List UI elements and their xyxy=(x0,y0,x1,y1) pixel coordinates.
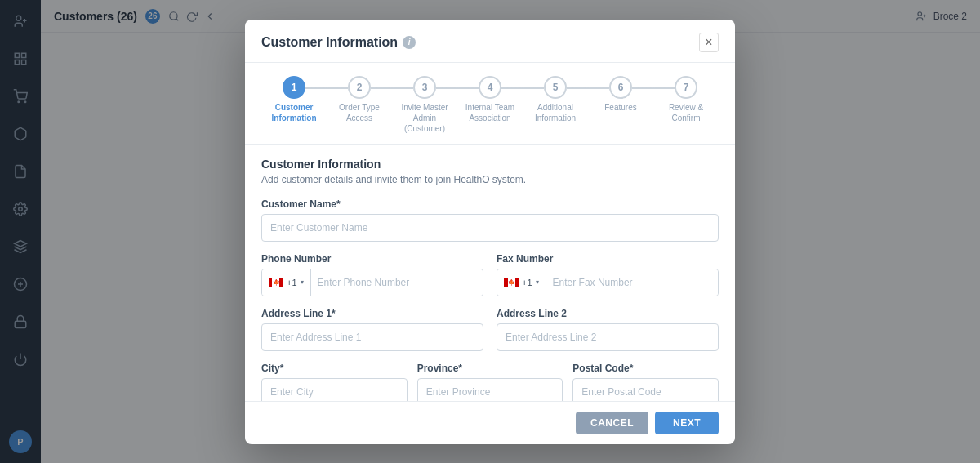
city-group: City* xyxy=(261,363,408,401)
city-label: City* xyxy=(261,363,408,374)
postal-code-input[interactable] xyxy=(572,378,719,401)
next-button[interactable]: NEXT xyxy=(655,412,719,434)
step-4-circle: 4 xyxy=(479,76,501,99)
phone-number-label: Phone Number xyxy=(261,253,483,265)
phone-fax-row: Phone Number +1 ▾ Fax Number +1 ▾ xyxy=(261,253,719,308)
modal-title-text: Customer Information xyxy=(261,35,398,50)
step-1-label: CustomerInformation xyxy=(272,102,317,123)
fax-number-group: Fax Number +1 ▾ xyxy=(497,253,719,296)
address-line1-group: Address Line 1* xyxy=(261,308,483,351)
postal-code-group: Postal Code* xyxy=(572,363,719,401)
info-icon[interactable]: i xyxy=(403,36,416,49)
step-2-circle: 2 xyxy=(348,76,371,99)
province-group: Province* xyxy=(417,363,564,401)
step-5-label: Additional Information xyxy=(527,102,584,123)
section-subtitle: Add customer details and invite them to … xyxy=(261,174,719,185)
address-line2-input[interactable] xyxy=(497,323,719,351)
step-1-circle: 1 xyxy=(283,76,305,99)
step-6-label: Features xyxy=(604,102,636,113)
step-7-circle: 7 xyxy=(675,76,697,99)
customer-name-input[interactable] xyxy=(261,214,719,242)
step-1[interactable]: 1 CustomerInformation xyxy=(261,76,327,123)
step-6-circle: 6 xyxy=(609,76,632,99)
fax-chevron-icon: ▾ xyxy=(536,278,539,286)
canada-flag xyxy=(269,278,283,287)
step-7-label: Review & Confirm xyxy=(657,102,715,123)
address-line1-input[interactable] xyxy=(261,323,483,351)
modal-footer: CANCEL NEXT xyxy=(245,401,735,444)
fax-number-label: Fax Number xyxy=(497,253,719,265)
fax-code: +1 xyxy=(522,278,532,287)
step-2[interactable]: 2 Order Type Access xyxy=(327,76,392,123)
step-4[interactable]: 4 Internal Team Association xyxy=(457,76,523,123)
customer-name-label: Customer Name* xyxy=(261,198,719,210)
stepper: 1 CustomerInformation 2 Order Type Acces… xyxy=(245,63,735,145)
phone-number-input[interactable] xyxy=(311,269,483,296)
step-3-label: Invite Master Admin (Customer) xyxy=(396,102,453,134)
fax-canada-flag xyxy=(504,278,519,287)
address-line1-label: Address Line 1* xyxy=(261,308,483,319)
step-3[interactable]: 3 Invite Master Admin (Customer) xyxy=(392,76,457,134)
city-input[interactable] xyxy=(261,378,408,401)
step-7[interactable]: 7 Review & Confirm xyxy=(653,76,719,123)
customer-name-group: Customer Name* xyxy=(261,198,719,242)
step-5[interactable]: 5 Additional Information xyxy=(523,76,588,123)
province-label: Province* xyxy=(417,363,564,374)
address-line2-group: Address Line 2 xyxy=(497,308,719,351)
close-button[interactable]: × xyxy=(699,33,719,52)
modal-body: Customer Information Add customer detail… xyxy=(245,145,735,401)
address-line2-label: Address Line 2 xyxy=(497,308,719,319)
phone-input-wrapper: +1 ▾ xyxy=(261,269,483,296)
fax-input-wrapper: +1 ▾ xyxy=(497,269,719,296)
fax-number-input[interactable] xyxy=(546,269,718,296)
phone-code: +1 xyxy=(287,278,297,287)
step-3-circle: 3 xyxy=(413,76,436,99)
modal-title: Customer Information i xyxy=(261,35,416,50)
phone-number-group: Phone Number +1 ▾ xyxy=(261,253,483,296)
step-5-circle: 5 xyxy=(544,76,567,99)
section-title: Customer Information xyxy=(261,158,719,171)
step-6[interactable]: 6 Features xyxy=(588,76,653,113)
step-4-label: Internal Team Association xyxy=(461,102,519,123)
province-input[interactable] xyxy=(417,378,564,401)
address-row: Address Line 1* Address Line 2 xyxy=(261,308,719,363)
modal-header: Customer Information i × xyxy=(245,20,735,63)
cancel-button[interactable]: CANCEL xyxy=(576,412,648,434)
phone-chevron-icon: ▾ xyxy=(301,278,304,286)
customer-information-modal: Customer Information i × 1 CustomerInfor… xyxy=(245,20,735,444)
phone-prefix[interactable]: +1 ▾ xyxy=(262,269,311,296)
step-2-label: Order Type Access xyxy=(331,102,388,123)
city-province-postal-row: City* Province* Postal Code* xyxy=(261,363,719,401)
fax-prefix[interactable]: +1 ▾ xyxy=(497,269,546,296)
postal-code-label: Postal Code* xyxy=(572,363,719,374)
